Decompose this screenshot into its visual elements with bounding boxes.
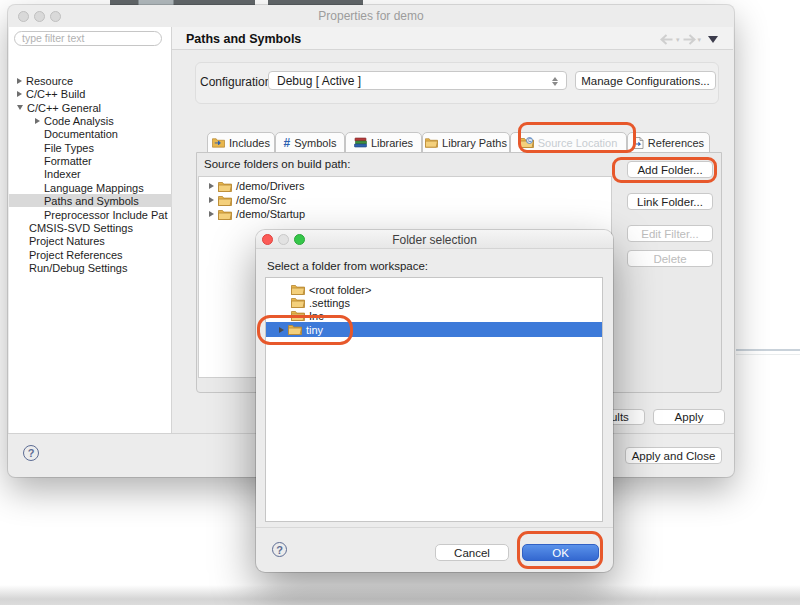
chevron-right-icon[interactable] <box>279 327 284 333</box>
folder-row-settings[interactable]: .settings <box>266 296 602 309</box>
dialog-prompt: Select a folder from workspace: <box>267 260 428 272</box>
dialog-footer-divider <box>256 527 613 528</box>
source-folder-row-startup[interactable]: /demo/Startup <box>209 207 305 221</box>
tab-source-location[interactable]: C Source Location <box>510 132 627 153</box>
source-folders-label: Source folders on build path: <box>204 158 350 170</box>
chevron-right-icon[interactable] <box>17 91 22 97</box>
sidebar-item-cc-general[interactable]: C/C++ General <box>9 101 172 114</box>
folder-row-root[interactable]: <root folder> <box>266 283 602 296</box>
cancel-button[interactable]: Cancel <box>435 544 509 561</box>
source-folder-row-drivers[interactable]: /demo/Drivers <box>209 179 304 193</box>
chevron-right-icon[interactable] <box>209 183 214 189</box>
sidebar-item-resource[interactable]: Resource <box>9 74 172 87</box>
dialog-help-icon[interactable]: ? <box>272 542 287 557</box>
forward-dropdown-icon[interactable]: ▾ <box>698 36 702 44</box>
apply-button[interactable]: Apply <box>653 409 725 425</box>
workspace-folder-list[interactable]: <root folder> .settings Inc tiny <box>265 277 603 522</box>
select-stepper-icon[interactable] <box>548 74 561 88</box>
tab-libraries[interactable]: Libraries <box>345 132 422 153</box>
page-title: Paths and Symbols <box>186 32 301 46</box>
sidebar-item-formatter[interactable]: Formatter <box>9 154 172 167</box>
filter-input[interactable]: type filter text <box>14 31 162 46</box>
sidebar-item-indexer[interactable]: Indexer <box>9 167 172 180</box>
edit-filter-button: Edit Filter... <box>627 225 713 242</box>
sidebar-item-documentation[interactable]: Documentation <box>9 127 172 140</box>
folder-icon <box>218 195 232 206</box>
help-icon[interactable]: ? <box>23 445 39 461</box>
folder-selection-dialog: Folder selection Select a folder from wo… <box>256 230 613 572</box>
history-nav: ▾ ▾ <box>660 34 718 45</box>
screen: Properties for demo type filter text Res… <box>0 0 800 605</box>
sidebar-item-project-natures[interactable]: Project Natures <box>9 234 172 247</box>
sidebar-item-language-mappings[interactable]: Language Mappings <box>9 181 172 194</box>
tab-symbols[interactable]: # Symbols <box>275 132 345 153</box>
sidebar-item-code-analysis[interactable]: Code Analysis <box>9 114 172 127</box>
chevron-right-icon[interactable] <box>209 197 214 203</box>
sidebar-item-preprocessor-include[interactable]: Preprocessor Include Pat <box>9 208 172 221</box>
back-arrow-icon[interactable] <box>660 34 674 45</box>
view-menu-icon[interactable] <box>708 36 718 43</box>
folder-icon <box>291 284 305 295</box>
configuration-select[interactable]: Debug [ Active ] <box>268 71 567 90</box>
hash-icon: # <box>284 136 291 150</box>
sidebar-item-run-debug[interactable]: Run/Debug Settings <box>9 261 172 274</box>
configuration-label: Configuration: <box>200 75 275 89</box>
sidebar-item-file-types[interactable]: File Types <box>9 141 172 154</box>
reference-page-icon <box>633 137 644 149</box>
add-folder-button[interactable]: Add Folder... <box>627 161 713 178</box>
window-title: Properties for demo <box>8 9 734 23</box>
ok-button[interactable]: OK <box>522 544 599 561</box>
sidebar-item-paths-and-symbols[interactable]: Paths and Symbols <box>9 194 172 207</box>
folder-icon <box>291 310 305 321</box>
source-folder-icon: C <box>520 137 534 148</box>
manage-configurations-button[interactable]: Manage Configurations... <box>575 71 716 90</box>
books-icon <box>354 137 367 148</box>
folder-icon <box>291 297 305 308</box>
sidebar-item-cmsis-svd[interactable]: CMSIS-SVD Settings <box>9 221 172 234</box>
chevron-right-icon[interactable] <box>209 211 214 217</box>
forward-arrow-icon[interactable] <box>682 34 696 45</box>
sidebar: type filter text Resource C/C++ Build C/… <box>9 27 172 433</box>
chevron-right-icon[interactable] <box>35 118 40 124</box>
background-bottom-shadow <box>0 585 800 605</box>
dialog-title: Folder selection <box>256 233 613 247</box>
folder-row-inc[interactable]: Inc <box>266 309 602 322</box>
delete-button: Delete <box>627 250 713 267</box>
sidebar-item-cc-build[interactable]: C/C++ Build <box>9 87 172 100</box>
tab-includes[interactable]: Includes <box>207 132 275 153</box>
back-dropdown-icon[interactable]: ▾ <box>676 36 680 44</box>
apply-and-close-button[interactable]: Apply and Close <box>625 447 722 464</box>
folder-icon <box>288 324 302 335</box>
tab-library-paths[interactable]: Library Paths <box>422 132 510 153</box>
background-window-edge <box>736 349 800 351</box>
tab-references[interactable]: References <box>627 132 710 153</box>
sidebar-item-project-references[interactable]: Project References <box>9 248 172 261</box>
folder-icon <box>218 209 232 220</box>
background-window-edge-2 <box>736 354 800 355</box>
folder-icon <box>218 181 232 192</box>
chevron-down-icon[interactable] <box>17 105 23 110</box>
link-folder-button[interactable]: Link Folder... <box>627 193 713 210</box>
source-folder-row-src[interactable]: /demo/Src <box>209 193 286 207</box>
folder-icon <box>425 137 438 148</box>
folder-row-tiny[interactable]: tiny <box>266 322 602 337</box>
chevron-right-icon[interactable] <box>17 78 22 84</box>
includes-folder-icon <box>212 137 225 148</box>
